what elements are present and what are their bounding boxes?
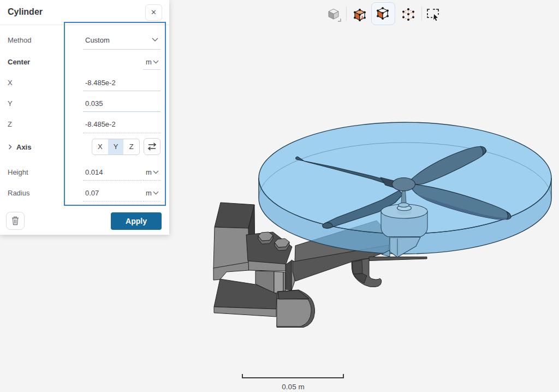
svg-text:0.05 m: 0.05 m	[282, 383, 304, 391]
